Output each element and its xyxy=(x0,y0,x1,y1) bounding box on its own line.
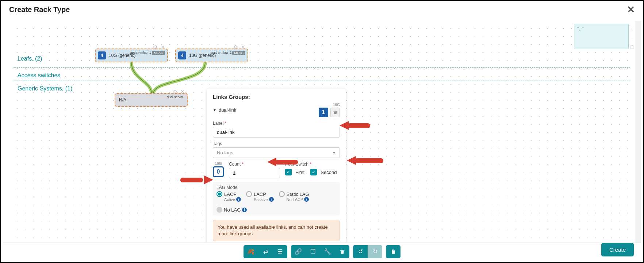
speed-block-label: 10G xyxy=(215,162,222,166)
count-field-label: Count * xyxy=(229,162,280,167)
toolbar-link-icon[interactable]: 🔗 xyxy=(291,245,306,258)
toolbar-leaf-icon[interactable]: 🍂 xyxy=(244,245,258,258)
row-divider xyxy=(14,81,630,81)
row-divider xyxy=(14,67,630,68)
warning-message: You have used all available links, and c… xyxy=(213,220,340,241)
radio-lacp-passive[interactable]: LACP xyxy=(246,191,274,197)
label-field-label: Label * xyxy=(213,121,340,126)
chevron-down-icon: ▼ xyxy=(332,151,336,155)
page-title: Create Rack Type xyxy=(9,5,70,14)
minimap[interactable]: ▬ ▬ ▬ + − ◯ xyxy=(574,24,629,49)
info-icon[interactable]: i xyxy=(242,208,247,212)
toolbar-swap-icon[interactable]: ⇄ xyxy=(258,245,273,258)
footer-bar: 🍂 ⇄ ☰ 🔗 ❐ 🔧 ↺ ↻ Create xyxy=(3,243,641,260)
group-speed: 10G xyxy=(333,103,340,107)
create-button[interactable]: Create xyxy=(601,243,634,256)
radio-static-sub: No LACP i xyxy=(279,197,309,202)
caret-down-icon: ▼ xyxy=(213,108,216,112)
lag-mode-label: LAG Mode xyxy=(216,185,336,190)
design-canvas[interactable]: Leafs, (2) Access switches Generic Syste… xyxy=(9,21,634,243)
checkbox-first[interactable]: ✓ xyxy=(285,169,292,175)
node-controls[interactable]: ⚙ ✕ xyxy=(173,89,185,94)
zoom-out-icon[interactable]: − xyxy=(629,36,634,42)
radio-lacp-active-sub: Active i xyxy=(216,197,241,202)
generic-system-node[interactable]: ⚙ ✕ N/A dual-server xyxy=(115,93,188,107)
group-count-badge[interactable]: 1 xyxy=(319,108,328,117)
toolbar-wrench-icon[interactable]: 🔧 xyxy=(320,245,335,258)
leaf-badge-mlag: MLAG xyxy=(152,51,165,55)
leaf-node-2[interactable]: ⚙ ✕ 4 10G (generic) apstra-mlag_2 MLAG xyxy=(175,49,248,62)
leaf-port-count: 4 xyxy=(178,51,186,59)
count-input[interactable] xyxy=(229,168,280,178)
checkbox-first-label: First xyxy=(295,170,304,175)
tags-dropdown[interactable]: No tags ▼ xyxy=(213,147,340,158)
info-icon[interactable]: i xyxy=(236,197,241,202)
info-icon[interactable]: i xyxy=(269,197,274,202)
radio-lacp-passive-sub: Passive i xyxy=(246,197,274,202)
generic-text: N/A xyxy=(119,97,126,103)
radio-no-lag[interactable]: No LAG i xyxy=(216,207,247,213)
leaf-name: apstra-mlag_2 xyxy=(210,51,231,54)
vertical-scrollbar[interactable] xyxy=(635,21,641,246)
delete-group-button xyxy=(330,108,340,117)
tags-placeholder: No tags xyxy=(217,150,233,155)
row-label-generic[interactable]: Generic Systems, (1) xyxy=(18,85,72,92)
toolbar-trash-icon[interactable] xyxy=(335,245,349,258)
label-input[interactable] xyxy=(213,127,340,138)
radio-lacp-active[interactable]: LACP xyxy=(216,191,241,197)
link-group-name: dual-link xyxy=(219,107,236,113)
toolbar-undo-icon[interactable]: ↺ xyxy=(353,245,368,258)
tags-field-label: Tags xyxy=(213,141,340,146)
checkbox-second-label: Second xyxy=(321,170,337,175)
node-controls[interactable]: ⚙ ✕ xyxy=(233,44,246,50)
checkbox-second[interactable]: ✓ xyxy=(310,169,317,175)
toolbar-copy-icon[interactable]: ❐ xyxy=(306,245,320,258)
zoom-fit-icon[interactable]: ◯ xyxy=(629,45,634,49)
toolbar-list-icon[interactable]: ☰ xyxy=(273,245,287,258)
toolbar-doc-icon[interactable] xyxy=(386,245,400,258)
radio-static-lag[interactable]: Static LAG xyxy=(279,191,309,197)
annotation-arrow xyxy=(347,156,385,165)
trash-icon xyxy=(333,110,338,115)
node-controls[interactable]: ⚙ ✕ xyxy=(153,44,166,50)
link-group-toggle[interactable]: ▼ dual-link xyxy=(213,107,236,113)
links-groups-panel: Links Groups: ▼ dual-link 10G 1 xyxy=(207,89,346,243)
zoom-in-icon[interactable]: + xyxy=(629,27,634,33)
leaf-node-1[interactable]: ⚙ ✕ 4 10G (generic) apstra-mlag_1 MLAG xyxy=(95,49,168,62)
remaining-links-badge[interactable]: 0 xyxy=(213,166,224,177)
info-icon[interactable]: i xyxy=(304,197,309,202)
leaf-port-count: 4 xyxy=(98,51,106,59)
leaf-name: apstra-mlag_1 xyxy=(130,51,151,54)
row-label-access[interactable]: Access switches xyxy=(18,72,60,79)
toolbar-redo-icon[interactable]: ↻ xyxy=(368,245,382,258)
leaf-badge-mlag: MLAG xyxy=(232,51,245,55)
row-label-leafs[interactable]: Leafs, (2) xyxy=(18,55,42,62)
close-icon[interactable]: ✕ xyxy=(627,5,635,14)
panel-title: Links Groups: xyxy=(213,94,340,100)
peer-switch-label: Peer Switch * xyxy=(285,162,340,167)
generic-name: dual-server xyxy=(167,95,183,99)
